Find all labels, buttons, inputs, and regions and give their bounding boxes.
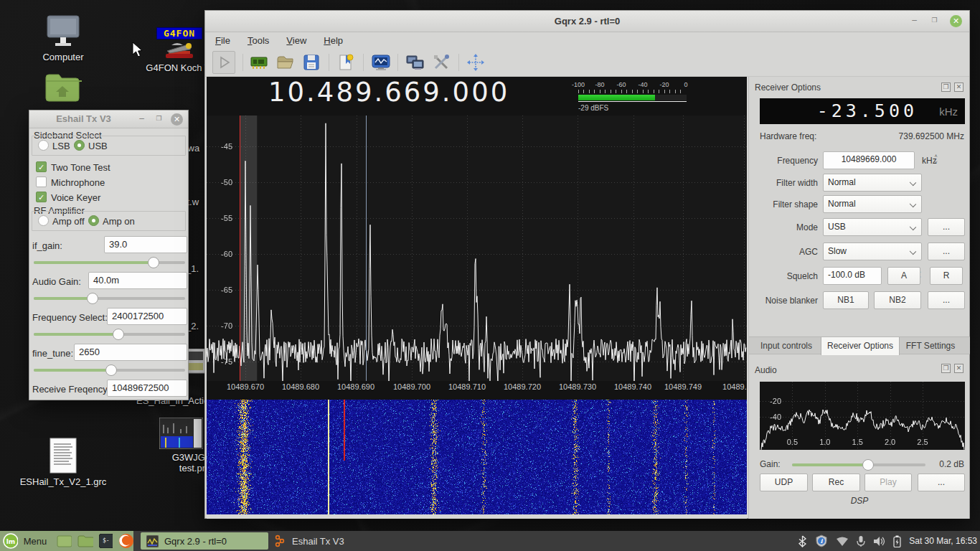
remote-control-button[interactable]	[405, 53, 424, 72]
desktop-icon-grc-file[interactable]: ESHail_Tx_V2_1.grc	[37, 438, 89, 487]
eshail-restore-button[interactable]: ❐	[153, 113, 165, 126]
receiver-close-icon[interactable]: ✕	[954, 83, 963, 92]
fullscreen-button[interactable]	[466, 53, 485, 72]
rec-button[interactable]: Rec	[812, 474, 860, 491]
receive-freq-field[interactable]: 10489672500	[107, 380, 187, 397]
eshail-close-button[interactable]: ✕	[171, 113, 183, 126]
audio-float-icon[interactable]: ❐	[941, 364, 951, 373]
frequency-spinbox[interactable]: 10489669.000	[823, 151, 915, 169]
gqrx-bottom-strip	[207, 514, 747, 519]
partial-thumbnail-icon	[187, 349, 205, 375]
nb1-button[interactable]: NB1	[823, 291, 869, 309]
gqrx-maximize-button[interactable]: ❐	[928, 15, 941, 27]
eshail-task-label: Eshail Tx V3	[292, 536, 344, 547]
show-desktop-icon[interactable]	[57, 535, 72, 547]
audio-close-icon[interactable]: ✕	[954, 364, 963, 373]
if-gain-field[interactable]: 39.0	[104, 236, 187, 253]
offset-lcd[interactable]: -23.500 kHz	[760, 98, 965, 124]
freq-select-slider-handle[interactable]	[113, 329, 124, 340]
bluetooth-icon[interactable]	[798, 535, 807, 547]
dsp-display-button[interactable]	[371, 53, 390, 72]
volume-icon[interactable]	[873, 536, 885, 547]
gqrx-window-title: Gqrx 2.9 - rtl=0	[205, 16, 969, 27]
bookmarks-button[interactable]	[336, 53, 355, 72]
agc-combo[interactable]: Slow	[823, 242, 922, 260]
nb2-button[interactable]: NB2	[874, 291, 921, 309]
audio-options-button[interactable]: ...	[918, 474, 965, 491]
nb-options-button[interactable]: ...	[928, 291, 965, 309]
eshail-titlebar[interactable]: Eshail Tx V3 – ❐ ✕	[29, 110, 188, 128]
squelch-label: Squelch	[755, 271, 818, 281]
filter-width-combo[interactable]: Normal	[823, 174, 922, 192]
eshail-minimize-button[interactable]: –	[136, 113, 148, 126]
two-tone-checkbox[interactable]: ✓	[36, 161, 47, 172]
gqrx-minimize-button[interactable]: –	[908, 15, 920, 27]
taskbar-task-gqrx[interactable]: Gqrx 2.9 - rtl=0	[141, 532, 268, 550]
microphone-icon[interactable]	[857, 535, 865, 547]
fine-tune-field[interactable]: 2650	[74, 344, 187, 361]
usb-radio[interactable]	[74, 140, 85, 151]
update-shield-icon[interactable]: i	[815, 534, 828, 547]
spectrum-plot[interactable]	[207, 116, 747, 381]
taskbar-clock[interactable]: Sat 30 Mar, 16:53	[909, 536, 977, 546]
gqrx-titlebar[interactable]: Gqrx 2.9 - rtl=0 – ❐ ✕	[205, 11, 969, 32]
battery-icon[interactable]	[893, 535, 901, 547]
freq-tick-4: 10489.710	[448, 382, 486, 391]
tab-fft-settings[interactable]: FFT Settings	[900, 337, 961, 355]
menu-view[interactable]: View	[286, 35, 306, 46]
mint-menu-icon[interactable]: lm	[3, 533, 18, 549]
start-dsp-button[interactable]	[212, 51, 235, 74]
mode-options-button[interactable]: ...	[928, 218, 965, 236]
filter-shape-combo[interactable]: Normal	[823, 195, 922, 213]
fine-tune-slider-handle[interactable]	[105, 364, 117, 376]
mode-combo[interactable]: USB	[823, 218, 922, 236]
squelch-reset-button[interactable]: R	[930, 267, 963, 285]
play-icon	[213, 52, 235, 73]
audio-gain-field[interactable]: 40.0m	[88, 272, 187, 289]
amp-on-radio[interactable]	[88, 215, 99, 226]
amp-off-radio[interactable]	[38, 215, 49, 226]
menu-help[interactable]: Help	[324, 35, 343, 46]
chevron-down-icon	[910, 201, 916, 207]
audio-gain-slider-handle[interactable]	[862, 459, 874, 471]
tab-input-controls[interactable]: Input controls	[753, 337, 819, 355]
mode-label: Mode	[755, 222, 818, 232]
dsp-status-label: DSP	[749, 496, 970, 506]
agc-options-button[interactable]: ...	[928, 242, 965, 260]
save-file-button[interactable]	[302, 53, 321, 72]
taskbar-task-eshail[interactable]: Eshail Tx V3	[271, 532, 344, 550]
meter-tick--100: -100	[572, 81, 585, 88]
desktop-icon-home-folder[interactable]	[43, 70, 82, 108]
waterfall-display[interactable]	[207, 400, 747, 514]
menu-button-label[interactable]: Menu	[24, 536, 47, 547]
udp-button[interactable]: UDP	[760, 474, 808, 491]
terminal-launcher-icon[interactable]: $-	[99, 534, 113, 548]
open-file-button[interactable]	[276, 53, 295, 72]
menu-file[interactable]: File	[215, 35, 230, 46]
lsb-radio[interactable]	[38, 140, 49, 151]
computer-icon	[43, 14, 83, 49]
fine-tune-label: fine_tune:	[32, 348, 73, 359]
amp-off-label: Amp off	[52, 216, 85, 227]
menu-tools[interactable]: Tools	[248, 35, 269, 46]
audio-gain-slider-handle[interactable]	[87, 293, 98, 304]
voice-keyer-checkbox[interactable]: ✓	[36, 192, 47, 202]
move-arrows-icon	[466, 53, 485, 72]
desktop-icon-computer[interactable]: Computer	[40, 14, 86, 62]
if-gain-slider-handle[interactable]	[148, 257, 159, 268]
microphone-checkbox[interactable]	[36, 176, 47, 187]
freq-select-field[interactable]: 2400172500	[107, 308, 187, 325]
files-launcher-icon[interactable]	[77, 534, 93, 547]
network-icon[interactable]	[836, 536, 849, 547]
io-devices-button[interactable]	[250, 53, 268, 72]
orange-app-launcher-icon[interactable]	[118, 533, 133, 549]
gqrx-close-button[interactable]: ✕	[950, 15, 962, 27]
play-button[interactable]: Play	[864, 474, 912, 491]
tab-receiver-options[interactable]: Receiver Options	[821, 337, 900, 355]
configure-button[interactable]	[432, 53, 451, 72]
receiver-float-icon[interactable]: ❐	[941, 83, 951, 92]
microphone-label: Michrophone	[51, 177, 105, 188]
squelch-auto-button[interactable]: A	[887, 267, 920, 285]
eshail-window-title: Eshail Tx V3	[29, 113, 138, 124]
frequency-display[interactable]: 10.489.669.000	[268, 77, 509, 108]
